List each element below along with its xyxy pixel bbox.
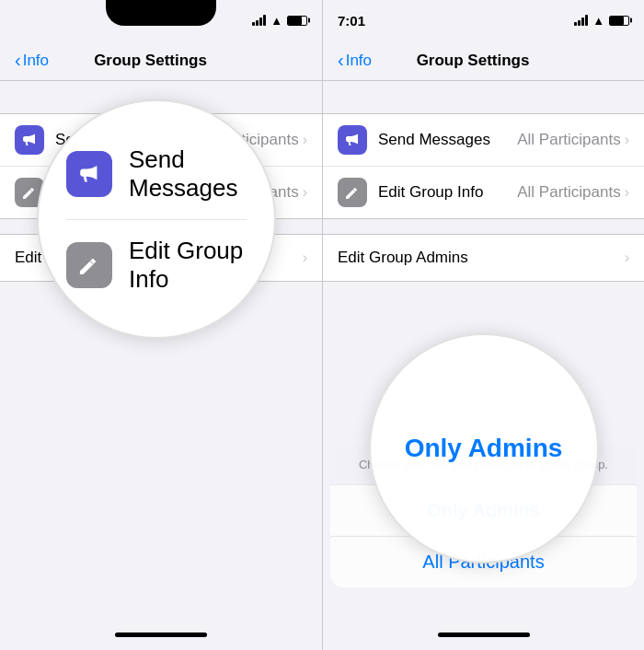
left-back-button[interactable]: ‹ Info — [15, 50, 49, 71]
right-edit-admins-label: Edit Group Admins — [338, 249, 468, 267]
right-megaphone-icon — [343, 131, 362, 149]
right-megaphone-icon-container — [338, 125, 367, 155]
right-edit-group-info-label: Edit Group Info — [378, 183, 483, 202]
right-edit-group-info-value: All Participants › — [517, 183, 629, 202]
right-battery-icon — [609, 16, 629, 26]
right-status-icons: ▲ — [574, 14, 629, 28]
left-edit-group-info-chevron: › — [303, 184, 307, 201]
right-edit-group-info-content: Edit Group Info All Participants › — [378, 183, 629, 202]
circle-megaphone-icon-container — [66, 151, 112, 197]
send-messages-icon-container — [15, 125, 44, 155]
wifi-icon: ▲ — [270, 14, 282, 28]
right-section-1: Send Messages All Participants › Edit Gr… — [323, 113, 644, 219]
right-nav-bar: ‹ Info Group Settings — [323, 41, 644, 81]
right-circle-magnifier: Only Admins — [369, 333, 599, 563]
status-icons-left: ▲ — [252, 14, 307, 28]
left-back-label: Info — [23, 52, 49, 70]
right-send-messages-chevron: › — [625, 132, 629, 148]
right-edit-group-info-value-text: All Participants — [517, 183, 620, 202]
circle-pencil-icon — [77, 253, 101, 277]
right-phone: 7:01 ▲ ‹ Info Group Settings — [322, 0, 644, 650]
right-nav-title: Group Settings — [417, 52, 530, 70]
right-wifi-icon: ▲ — [592, 14, 604, 28]
megaphone-icon — [20, 131, 39, 149]
left-phone: ▲ ‹ Info Group Settings Send Mes — [0, 0, 322, 650]
battery-icon — [287, 16, 307, 26]
right-pencil-icon — [344, 184, 361, 201]
signal-icon — [252, 15, 266, 26]
circle-edit-group-info-item: Edit Group Info — [39, 220, 274, 310]
status-time: 7:01 — [338, 13, 365, 29]
right-pencil-icon-container — [338, 178, 367, 207]
circle-send-messages-label: Send Messages — [129, 145, 247, 203]
right-status-bar: 7:01 ▲ — [323, 0, 644, 41]
right-back-chevron-icon: ‹ — [338, 50, 344, 71]
left-home-bar — [115, 633, 207, 637]
right-signal-icon — [574, 15, 588, 26]
circle-edit-group-info-label: Edit Group Info — [129, 237, 247, 294]
right-circle-text: Only Admins — [405, 434, 563, 463]
left-edit-admins-chevron: › — [303, 250, 307, 266]
right-send-messages-content: Send Messages All Participants › — [378, 131, 629, 149]
left-nav-title: Group Settings — [94, 52, 207, 70]
left-circle-magnifier: Send Messages Edit Group Info — [37, 99, 276, 339]
right-edit-admins-chevron: › — [625, 250, 629, 266]
notch — [106, 0, 216, 26]
circle-pencil-icon-container — [66, 242, 112, 288]
right-content: Send Messages All Participants › Edit Gr… — [323, 81, 644, 619]
right-home-bar — [438, 633, 530, 637]
right-home-indicator — [323, 619, 644, 650]
right-back-label: Info — [346, 52, 372, 70]
right-section-2: Edit Group Admins › — [323, 234, 644, 282]
left-status-bar: ▲ — [0, 0, 322, 41]
pencil-icon — [21, 184, 38, 201]
left-nav-bar: ‹ Info Group Settings — [0, 41, 322, 81]
left-home-indicator — [0, 619, 322, 650]
left-send-messages-chevron: › — [303, 132, 307, 148]
right-back-button[interactable]: ‹ Info — [338, 50, 372, 71]
back-chevron-icon: ‹ — [15, 50, 21, 71]
right-send-messages-item[interactable]: Send Messages All Participants › — [323, 114, 644, 167]
right-edit-group-info-chevron: › — [625, 184, 629, 201]
right-send-messages-label: Send Messages — [378, 131, 490, 149]
circle-megaphone-icon — [76, 161, 102, 187]
right-edit-group-info-item[interactable]: Edit Group Info All Participants › — [323, 167, 644, 218]
right-send-messages-value: All Participants › — [517, 131, 629, 149]
right-edit-admins-item[interactable]: Edit Group Admins › — [323, 235, 644, 281]
right-send-messages-value-text: All Participants — [517, 131, 620, 149]
circle-send-messages-item: Send Messages — [39, 129, 274, 219]
left-content: Send Messages All Participants › Edit Gr… — [0, 81, 322, 619]
